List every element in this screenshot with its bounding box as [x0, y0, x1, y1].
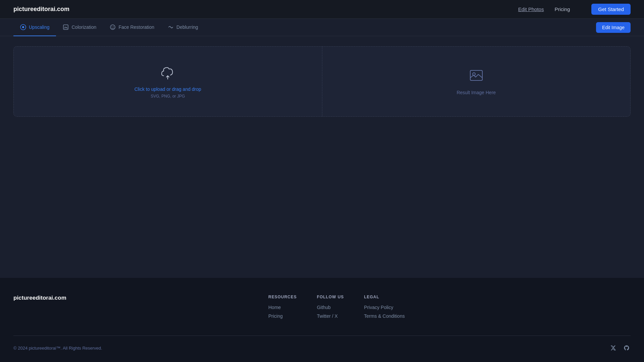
footer-legal-col: LEGAL Privacy Policy Terms & Conditions	[364, 295, 405, 322]
footer-link-terms[interactable]: Terms & Conditions	[364, 313, 405, 319]
upload-main-text: Click to upload or drag and drop	[135, 86, 201, 92]
nav-pricing[interactable]: Pricing	[554, 6, 570, 12]
upscaling-icon	[20, 24, 26, 30]
colorization-icon	[63, 24, 69, 30]
upload-format-text: SVG, PNG, or JPG	[151, 94, 185, 99]
footer-copyright: © 2024 pictureeditorai™. All Rights Rese…	[13, 346, 102, 351]
tab-face-restoration-label: Face Restoration	[118, 24, 154, 30]
twitter-icon[interactable]	[609, 344, 617, 352]
click-upload-text: Click to upload or drag and drop	[135, 86, 201, 92]
footer-legal-heading: LEGAL	[364, 295, 405, 299]
github-icon[interactable]	[623, 344, 631, 352]
svg-point-1	[22, 26, 24, 28]
deblurring-icon	[168, 24, 174, 30]
footer-top: pictureeditorai.com RESOURCES Home Prici…	[13, 295, 631, 336]
footer-social-links	[609, 344, 631, 352]
tab-upscaling[interactable]: Upscaling	[13, 19, 56, 36]
result-area: Result Image Here	[322, 47, 631, 116]
footer-follow-col: FOLLOW US Github Twitter / X	[317, 295, 344, 322]
footer-link-twitter[interactable]: Twitter / X	[317, 313, 344, 319]
result-placeholder-text: Result Image Here	[457, 90, 496, 95]
tabs-bar: Upscaling Colorization Fac	[0, 19, 644, 36]
upload-drop-zone[interactable]: Click to upload or drag and drop SVG, PN…	[14, 47, 322, 116]
get-started-button[interactable]: Get Started	[591, 4, 631, 15]
face-restoration-icon	[110, 24, 116, 30]
header-nav: Edit Photos Pricing Get Started	[518, 4, 631, 15]
footer-bottom: © 2024 pictureeditorai™. All Rights Rese…	[13, 344, 631, 352]
footer-link-home[interactable]: Home	[268, 305, 297, 310]
footer-logo: pictureeditorai.com	[13, 295, 255, 322]
svg-point-4	[112, 26, 112, 27]
main-content: Click to upload or drag and drop SVG, PN…	[0, 36, 644, 278]
footer-link-github[interactable]: Github	[317, 305, 344, 310]
footer-resources-col: RESOURCES Home Pricing	[268, 295, 297, 322]
header-logo: pictureeditorai.com	[13, 6, 518, 13]
result-image-icon	[468, 68, 484, 85]
svg-point-5	[113, 26, 114, 27]
tab-deblurring-label: Deblurring	[176, 24, 198, 30]
footer-link-pricing[interactable]: Pricing	[268, 313, 297, 319]
header: pictureeditorai.com Edit Photos Pricing …	[0, 0, 644, 19]
tab-face-restoration[interactable]: Face Restoration	[103, 19, 161, 36]
tab-upscaling-label: Upscaling	[29, 24, 49, 30]
footer-resources-heading: RESOURCES	[268, 295, 297, 299]
svg-point-3	[110, 25, 115, 29]
svg-rect-2	[63, 25, 68, 29]
tab-deblurring[interactable]: Deblurring	[161, 19, 205, 36]
upload-area: Click to upload or drag and drop SVG, PN…	[13, 46, 631, 117]
svg-rect-7	[470, 70, 482, 80]
edit-image-button[interactable]: Edit Image	[596, 22, 631, 33]
footer-columns: RESOURCES Home Pricing FOLLOW US Github …	[268, 295, 631, 322]
upload-cloud-icon	[160, 64, 176, 82]
tab-colorization[interactable]: Colorization	[56, 19, 103, 36]
tabs-list: Upscaling Colorization Fac	[13, 19, 596, 36]
footer: pictureeditorai.com RESOURCES Home Prici…	[0, 278, 644, 362]
nav-edit-photos[interactable]: Edit Photos	[518, 6, 544, 12]
tab-colorization-label: Colorization	[71, 24, 96, 30]
footer-link-privacy[interactable]: Privacy Policy	[364, 305, 405, 310]
footer-follow-heading: FOLLOW US	[317, 295, 344, 299]
